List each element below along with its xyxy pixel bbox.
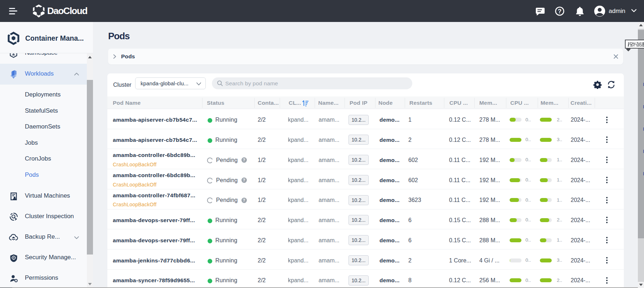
svg-text:?: ? [558,8,561,15]
